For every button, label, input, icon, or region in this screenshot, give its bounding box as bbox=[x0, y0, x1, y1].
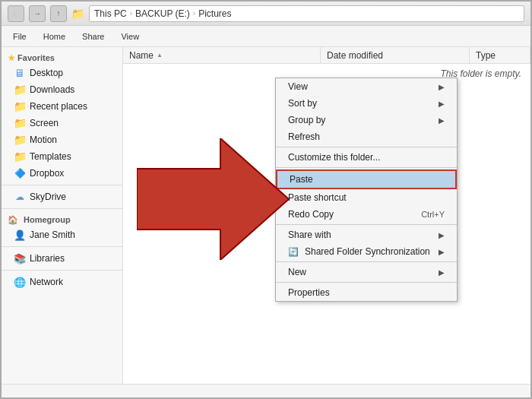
sort-arrow: ▲ bbox=[157, 52, 163, 59]
ctx-sync-arrow: ▶ bbox=[439, 248, 445, 256]
svg-marker-0 bbox=[137, 138, 289, 260]
ctx-redo-shortcut: Ctrl+Y bbox=[421, 210, 445, 219]
col-type-label: Type bbox=[476, 50, 496, 61]
content-area[interactable]: Name ▲ Date modified Type This folder is… bbox=[123, 47, 530, 384]
toolbar-file[interactable]: File bbox=[8, 30, 32, 43]
context-menu: View ▶ Sort by ▶ Group by ▶ Refresh Cust… bbox=[275, 78, 458, 302]
desktop-icon: 🖥 bbox=[14, 67, 26, 79]
breadcrumb-sep2: › bbox=[193, 9, 195, 17]
sidebar-item-janesmith[interactable]: 👤 Jane Smith bbox=[2, 226, 122, 243]
ctx-groupby-arrow: ▶ bbox=[439, 116, 445, 125]
ctx-refresh-label: Refresh bbox=[288, 131, 445, 142]
favorites-label: Favorites bbox=[17, 53, 55, 62]
ctx-paste-shortcut-label: Paste shortcut bbox=[288, 192, 445, 203]
dropbox-icon: 🔷 bbox=[14, 167, 26, 179]
ctx-sortby-label: Sort by bbox=[288, 98, 439, 109]
sidebar-item-network[interactable]: 🌐 Network bbox=[2, 274, 122, 290]
back-icon: ← bbox=[12, 9, 20, 17]
sidebar-label-downloads: Downloads bbox=[30, 84, 74, 95]
toolbar-share[interactable]: Share bbox=[77, 30, 109, 43]
breadcrumb-thispc[interactable]: This PC bbox=[94, 8, 127, 19]
network-section: 🌐 Network bbox=[2, 274, 122, 290]
ctx-sep5 bbox=[276, 282, 457, 283]
favorites-section: ★ Favorites 🖥 Desktop 📁 Downloads 📁 Rece… bbox=[2, 50, 122, 182]
breadcrumb-backup[interactable]: BACKUP (E:) bbox=[135, 8, 190, 19]
ctx-redo-copy[interactable]: Redo Copy Ctrl+Y bbox=[276, 206, 457, 223]
star-icon: ★ bbox=[8, 53, 15, 62]
breadcrumb-sep1: › bbox=[130, 9, 132, 17]
col-name-label: Name bbox=[129, 50, 154, 61]
sidebar-label-janesmith: Jane Smith bbox=[30, 230, 75, 240]
ctx-new-arrow: ▶ bbox=[439, 268, 445, 277]
up-button[interactable]: ↑ bbox=[50, 5, 67, 22]
sidebar-divider4 bbox=[2, 270, 122, 271]
col-name-header[interactable]: Name ▲ bbox=[123, 47, 321, 63]
templates-icon: 📁 bbox=[14, 150, 26, 163]
sidebar: ★ Favorites 🖥 Desktop 📁 Downloads 📁 Rece… bbox=[2, 47, 123, 384]
ctx-share-label: Share with bbox=[288, 230, 439, 240]
sidebar-label-screen: Screen bbox=[30, 118, 59, 128]
network-icon: 🌐 bbox=[14, 276, 26, 288]
ctx-properties-label: Properties bbox=[288, 287, 445, 298]
ctx-customize[interactable]: Customize this folder... bbox=[276, 149, 457, 166]
forward-icon: → bbox=[33, 9, 41, 17]
sidebar-item-templates[interactable]: 📁 Templates bbox=[2, 148, 122, 165]
sidebar-item-dropbox[interactable]: 🔷 Dropbox bbox=[2, 165, 122, 182]
ctx-sep1 bbox=[276, 147, 457, 147]
ctx-groupby[interactable]: Group by ▶ bbox=[276, 112, 457, 128]
favorites-header[interactable]: ★ Favorites bbox=[2, 50, 122, 65]
sidebar-item-desktop[interactable]: 🖥 Desktop bbox=[2, 65, 122, 81]
toolbar-view[interactable]: View bbox=[116, 30, 144, 43]
ctx-share-with[interactable]: Share with ▶ bbox=[276, 226, 457, 243]
homegroup-header[interactable]: 🏠 Homegroup bbox=[2, 212, 122, 226]
col-date-header[interactable]: Date modified bbox=[321, 47, 470, 63]
skydrive-section: ☁ SkyDrive bbox=[2, 188, 122, 205]
ctx-properties[interactable]: Properties bbox=[276, 284, 457, 301]
ctx-paste-shortcut[interactable]: Paste shortcut bbox=[276, 189, 457, 206]
sidebar-item-recent[interactable]: 📁 Recent places bbox=[2, 98, 122, 115]
up-icon: ↑ bbox=[57, 9, 61, 17]
toolbar-home[interactable]: Home bbox=[38, 30, 71, 43]
libraries-section: 📚 Libraries bbox=[2, 250, 122, 267]
ctx-new[interactable]: New ▶ bbox=[276, 264, 457, 280]
sidebar-label-motion: Motion bbox=[30, 135, 57, 145]
homegroup-icon: 🏠 bbox=[8, 215, 18, 224]
title-bar: ← → ↑ 📁 This PC › BACKUP (E:) › Pictures bbox=[2, 2, 530, 26]
forward-button[interactable]: → bbox=[29, 5, 46, 22]
ctx-view-label: View bbox=[288, 81, 439, 92]
ctx-view[interactable]: View ▶ bbox=[276, 78, 457, 95]
col-type-header[interactable]: Type bbox=[470, 47, 530, 63]
sidebar-item-motion[interactable]: 📁 Motion bbox=[2, 131, 122, 148]
ctx-paste[interactable]: Paste bbox=[276, 169, 457, 189]
breadcrumb[interactable]: This PC › BACKUP (E:) › Pictures bbox=[89, 5, 524, 22]
homegroup-section: 🏠 Homegroup 👤 Jane Smith bbox=[2, 212, 122, 243]
ctx-sep2 bbox=[276, 167, 457, 168]
sidebar-label-desktop: Desktop bbox=[30, 68, 63, 78]
back-button[interactable]: ← bbox=[8, 5, 24, 22]
sidebar-label-skydrive: SkyDrive bbox=[30, 192, 66, 202]
ctx-sync-label: Shared Folder Synchronization bbox=[305, 246, 439, 257]
skydrive-icon: ☁ bbox=[14, 191, 26, 203]
screen-icon: 📁 bbox=[14, 117, 26, 129]
ctx-customize-label: Customize this folder... bbox=[288, 152, 445, 163]
ctx-shared-folder-sync[interactable]: 🔄 Shared Folder Synchronization ▶ bbox=[276, 243, 457, 260]
sync-icon: 🔄 bbox=[288, 247, 302, 257]
status-bar bbox=[2, 384, 530, 399]
ctx-refresh[interactable]: Refresh bbox=[276, 128, 457, 145]
sidebar-label-network: Network bbox=[30, 277, 63, 287]
sidebar-label-libraries: Libraries bbox=[30, 253, 65, 264]
ctx-view-arrow: ▶ bbox=[439, 83, 445, 91]
ctx-sortby[interactable]: Sort by ▶ bbox=[276, 95, 457, 112]
sidebar-item-libraries[interactable]: 📚 Libraries bbox=[2, 250, 122, 267]
sidebar-item-downloads[interactable]: 📁 Downloads bbox=[2, 81, 122, 98]
ctx-sep4 bbox=[276, 261, 457, 262]
downloads-icon: 📁 bbox=[14, 84, 26, 96]
sidebar-item-skydrive[interactable]: ☁ SkyDrive bbox=[2, 188, 122, 205]
ctx-sep3 bbox=[276, 224, 457, 225]
column-headers: Name ▲ Date modified Type bbox=[123, 47, 530, 64]
main-area: ★ Favorites 🖥 Desktop 📁 Downloads 📁 Rece… bbox=[2, 47, 530, 384]
col-date-label: Date modified bbox=[327, 50, 383, 61]
sidebar-item-screen[interactable]: 📁 Screen bbox=[2, 115, 122, 131]
ctx-sortby-arrow: ▶ bbox=[439, 100, 445, 108]
breadcrumb-pictures[interactable]: Pictures bbox=[198, 8, 231, 19]
